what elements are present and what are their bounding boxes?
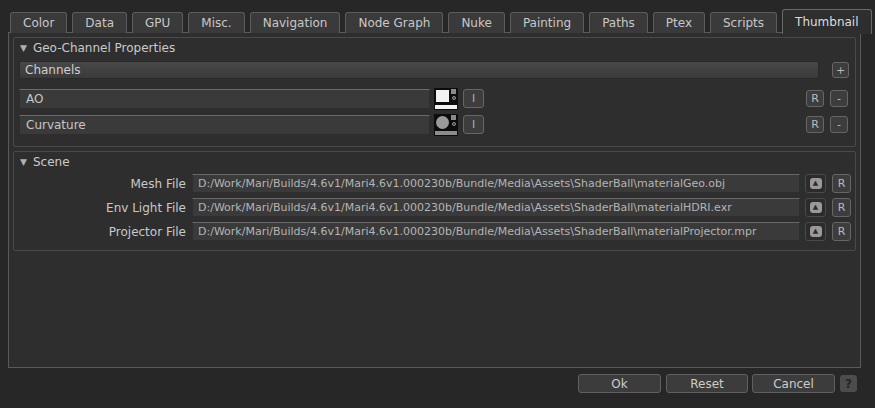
reset-field-button[interactable]: R (832, 198, 851, 217)
tab-color[interactable]: Color (10, 12, 67, 33)
reset-field-button[interactable]: R (832, 174, 851, 193)
tab-scripts[interactable]: Scripts (710, 12, 777, 33)
env-light-file-row: Env Light File ▲ R (14, 198, 855, 218)
up-arrow-icon: ▲ (813, 180, 818, 187)
reset-field-button[interactable]: R (832, 222, 851, 241)
channels-header-bar: Channels (19, 61, 819, 79)
tab-gpu[interactable]: GPU (132, 12, 183, 33)
tab-node-graph[interactable]: Node Graph (345, 12, 443, 33)
preferences-dialog: Color Data GPU Misc. Navigation Node Gra… (0, 0, 875, 408)
projector-file-row: Projector File ▲ R (14, 222, 855, 242)
scene-group-header[interactable]: ▼ Scene (20, 153, 70, 171)
group-geo-channel-properties: ▼ Geo-Channel Properties Channels + I R … (13, 37, 856, 147)
ok-button[interactable]: Ok (578, 374, 661, 393)
collapse-triangle-icon[interactable]: ▼ (20, 157, 27, 167)
channels-label: Channels (25, 63, 81, 77)
invert-button[interactable]: I (463, 89, 484, 108)
color-swatch-icon (436, 90, 449, 102)
channel-name-input[interactable] (19, 115, 430, 135)
tab-data[interactable]: Data (72, 12, 127, 33)
swatch-corner-icon (451, 89, 456, 94)
group-title: Geo-Channel Properties (33, 41, 175, 55)
mesh-file-input[interactable] (192, 174, 800, 193)
remove-channel-button[interactable]: - (830, 116, 848, 133)
color-swatch-button[interactable] (434, 114, 458, 136)
env-light-file-label: Env Light File (14, 201, 186, 215)
swatch-underline (435, 131, 457, 135)
up-arrow-icon: ▲ (813, 204, 818, 211)
tab-ptex[interactable]: Ptex (653, 12, 705, 33)
browse-file-button[interactable]: ▲ (805, 222, 826, 241)
channel-row-ao: I R - (14, 88, 855, 110)
tab-nuke[interactable]: Nuke (448, 12, 505, 33)
add-channel-button[interactable]: + (832, 62, 849, 78)
tab-navigation[interactable]: Navigation (250, 12, 341, 33)
invert-button[interactable]: I (463, 115, 484, 134)
channel-name-input[interactable] (19, 89, 430, 109)
reset-channel-button[interactable]: R (806, 116, 824, 133)
geo-channel-group-header[interactable]: ▼ Geo-Channel Properties (20, 39, 175, 57)
mesh-file-row: Mesh File ▲ R (14, 174, 855, 194)
group-title: Scene (33, 155, 70, 169)
tab-paths[interactable]: Paths (589, 12, 648, 33)
cancel-button[interactable]: Cancel (752, 374, 835, 393)
reset-button[interactable]: Reset (666, 374, 748, 393)
mesh-file-label: Mesh File (14, 177, 186, 191)
projector-file-input[interactable] (192, 222, 800, 241)
swatch-ring-icon (452, 122, 456, 126)
reset-channel-button[interactable]: R (806, 90, 824, 107)
up-arrow-icon: ▲ (813, 228, 818, 235)
group-scene: ▼ Scene Mesh File ▲ R Env Light File ▲ R (13, 151, 856, 251)
swatch-corner-icon (451, 115, 456, 120)
tab-painting[interactable]: Painting (510, 12, 584, 33)
load-file-icon: ▲ (810, 226, 822, 237)
tab-thumbnail[interactable]: Thumbnail (782, 9, 871, 34)
load-file-icon: ▲ (810, 202, 822, 213)
remove-channel-button[interactable]: - (830, 90, 848, 107)
env-light-file-input[interactable] (192, 198, 800, 217)
color-swatch-button[interactable] (434, 88, 458, 110)
tab-bar: Color Data GPU Misc. Navigation Node Gra… (10, 9, 872, 33)
load-file-icon: ▲ (810, 178, 822, 189)
thumbnail-tab-pane: ▼ Geo-Channel Properties Channels + I R … (8, 32, 861, 368)
browse-file-button[interactable]: ▲ (805, 174, 826, 193)
channel-row-curvature: I R - (14, 114, 855, 136)
swatch-ring-icon (452, 96, 456, 100)
help-icon[interactable]: ? (840, 375, 857, 392)
collapse-triangle-icon[interactable]: ▼ (20, 43, 27, 53)
tab-misc[interactable]: Misc. (188, 12, 244, 33)
color-swatch-icon (436, 116, 449, 129)
projector-file-label: Projector File (14, 225, 186, 239)
browse-file-button[interactable]: ▲ (805, 198, 826, 217)
swatch-underline (435, 105, 457, 109)
